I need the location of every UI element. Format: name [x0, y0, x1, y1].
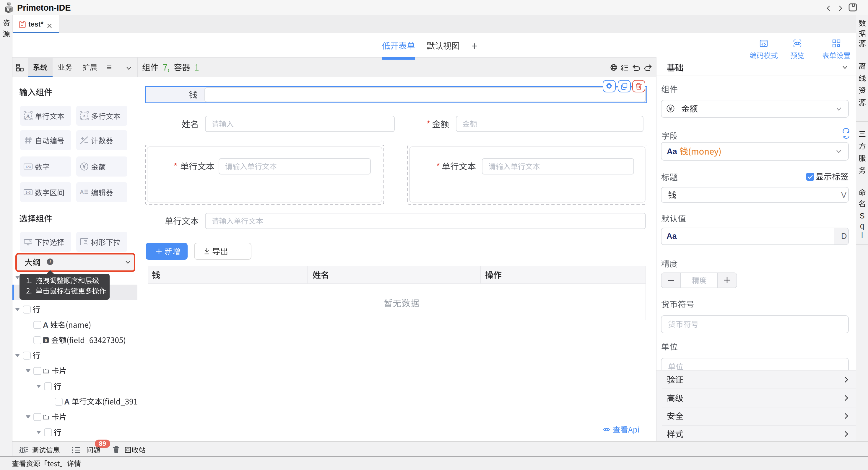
svg-text:A: A [80, 189, 84, 195]
svg-text:1~3: 1~3 [26, 191, 31, 194]
svg-text:A: A [83, 114, 86, 118]
svg-text:A: A [26, 113, 30, 119]
svg-text:123: 123 [25, 165, 31, 169]
